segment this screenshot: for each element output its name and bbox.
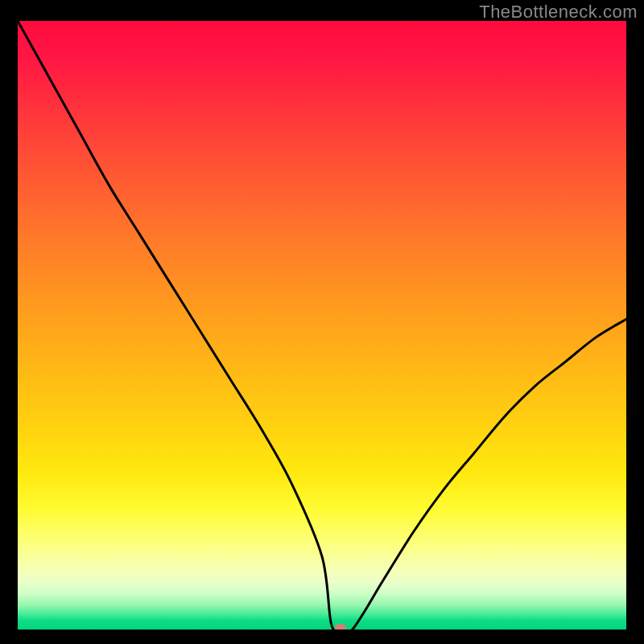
bottleneck-curve bbox=[18, 21, 626, 630]
attribution-label: TheBottleneck.com bbox=[479, 2, 638, 23]
optimal-point-marker bbox=[335, 624, 346, 630]
chart-container: TheBottleneck.com bbox=[0, 0, 644, 644]
plot-area bbox=[18, 21, 626, 630]
